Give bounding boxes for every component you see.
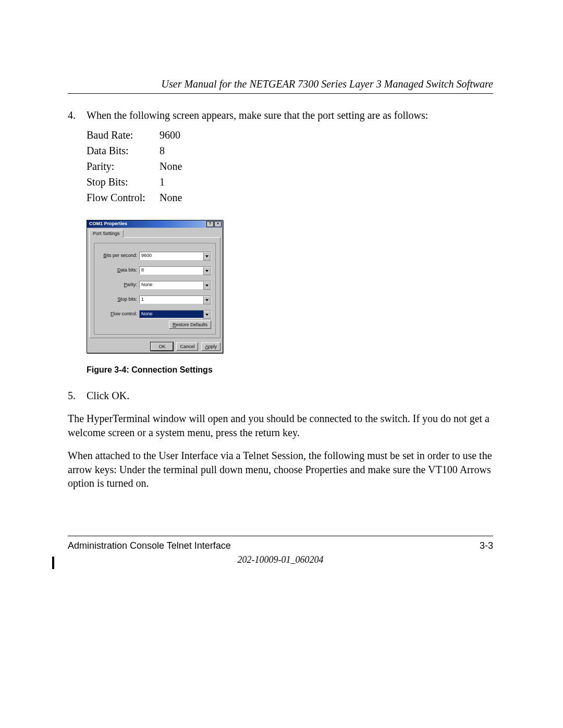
cancel-button[interactable]: Cancel <box>176 342 198 351</box>
table-row: Parity:None <box>87 158 206 174</box>
select-value: None <box>141 311 153 317</box>
field-bits-per-second: Bits per second: 9600 <box>99 252 211 260</box>
field-parity: Parity: None <box>99 281 211 289</box>
dialog-title: COM1 Properties <box>88 221 206 227</box>
dialog-titlebar: COM1 Properties ? × <box>87 220 223 228</box>
field-label: Bits per second: <box>99 253 139 259</box>
step-5: 5. Click OK. <box>68 389 493 402</box>
select-value: None <box>141 282 153 288</box>
port-settings-table: Baud Rate:9600 Data Bits:8 Parity:None S… <box>87 127 206 205</box>
data-bits-select[interactable]: 8 <box>139 266 211 275</box>
restore-defaults-button[interactable]: Restore Defaults <box>169 320 211 329</box>
footer-page-number: 3-3 <box>480 540 493 551</box>
field-label: Parity: <box>99 282 139 288</box>
chevron-down-icon <box>203 311 211 319</box>
parity-select[interactable]: None <box>139 281 211 289</box>
field-data-bits: Data bits: 8 <box>99 266 211 275</box>
select-value: 9600 <box>141 253 152 259</box>
setting-label: Data Bits: <box>87 143 160 158</box>
field-label: Flow control: <box>99 311 139 317</box>
setting-label: Flow Control: <box>87 190 160 205</box>
step-5-text: Click OK. <box>87 390 129 401</box>
dialog-panel: Bits per second: 9600 Data bits: <box>89 237 221 338</box>
field-flow-control: Flow control: None <box>99 310 211 318</box>
chevron-down-icon <box>203 267 211 275</box>
apply-button[interactable]: Apply <box>201 342 221 351</box>
com1-properties-dialog: COM1 Properties ? × Port Settings Bits p… <box>87 220 223 353</box>
flow-control-select[interactable]: None <box>139 310 211 318</box>
tab-port-settings[interactable]: Port Settings <box>89 230 124 238</box>
setting-value: 8 <box>160 143 206 158</box>
bits-per-second-select[interactable]: 9600 <box>139 252 211 260</box>
stop-bits-select[interactable]: 1 <box>139 295 211 304</box>
table-row: Flow Control:None <box>87 190 206 205</box>
table-row: Stop Bits:1 <box>87 174 206 190</box>
port-settings-group: Bits per second: 9600 Data bits: <box>94 243 216 335</box>
select-value: 8 <box>141 267 144 274</box>
table-row: Baud Rate:9600 <box>87 127 206 143</box>
setting-value: None <box>160 190 206 205</box>
step-4-number: 4. <box>68 108 87 375</box>
chevron-down-icon <box>203 281 211 290</box>
figure-caption: Figure 3-4: Connection Settings <box>87 365 493 376</box>
step-5-number: 5. <box>68 389 87 402</box>
paragraph-telnet: When attached to the User Interface via … <box>68 449 493 490</box>
close-button[interactable]: × <box>214 221 222 227</box>
dialog-button-row: OK Cancel Apply <box>87 340 223 353</box>
field-label: Data bits: <box>99 267 139 274</box>
setting-label: Stop Bits: <box>87 174 160 190</box>
footer-section-title: Administration Console Telnet Interface <box>68 540 231 551</box>
change-bar <box>52 557 54 569</box>
restore-defaults-row: Restore Defaults <box>99 320 211 329</box>
help-button[interactable]: ? <box>206 221 214 227</box>
setting-label: Baud Rate: <box>87 127 160 143</box>
step-4: 4. When the following screen appears, ma… <box>68 108 493 375</box>
ok-button[interactable]: OK <box>151 342 173 351</box>
field-label: Stop bits: <box>99 297 139 303</box>
paragraph-hyperterminal: The HyperTerminal window will open and y… <box>68 412 493 439</box>
setting-value: 9600 <box>160 127 206 143</box>
setting-value: None <box>160 158 206 174</box>
setting-label: Parity: <box>87 158 160 174</box>
dialog-tabstrip: Port Settings <box>87 228 223 237</box>
footer-document-number: 202-10009-01_060204 <box>68 554 493 565</box>
step-4-text: When the following screen appears, make … <box>87 109 428 121</box>
page-footer: Administration Console Telnet Interface … <box>68 536 493 565</box>
chevron-down-icon <box>203 296 211 304</box>
select-value: 1 <box>141 297 144 303</box>
chevron-down-icon <box>203 252 211 261</box>
setting-value: 1 <box>160 174 206 190</box>
field-stop-bits: Stop bits: 1 <box>99 295 211 304</box>
table-row: Data Bits:8 <box>87 143 206 158</box>
page-header: User Manual for the NETGEAR 7300 Series … <box>68 78 493 94</box>
